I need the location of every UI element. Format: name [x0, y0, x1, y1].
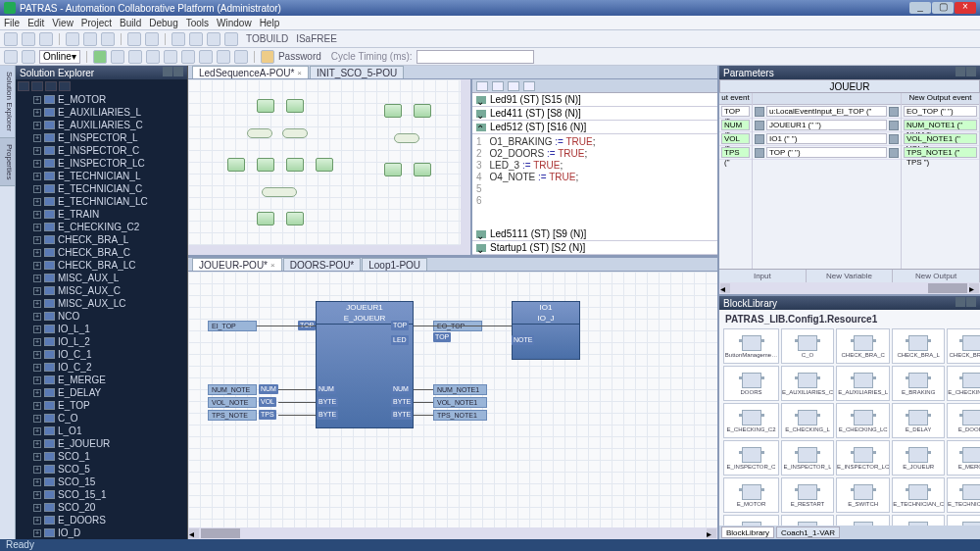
expand-icon[interactable]: +: [33, 236, 41, 244]
blocklib-item[interactable]: E_CHECKING_C1: [947, 366, 980, 401]
tree-node[interactable]: +E_TRAIN: [16, 208, 187, 221]
expand-icon[interactable]: +: [33, 147, 41, 155]
blocklib-item[interactable]: IO_C_1: [947, 515, 980, 526]
tb-save[interactable]: [39, 32, 53, 46]
tab-joueur[interactable]: JOUEUR-POU*×: [192, 258, 282, 271]
cycle-input[interactable]: [416, 50, 534, 64]
port-tpsnote[interactable]: TPS_NOTE: [208, 410, 257, 421]
port-numnote1[interactable]: NUM_NOTE1: [433, 384, 487, 395]
expand-icon[interactable]: +: [33, 364, 41, 372]
tb2-d5[interactable]: [234, 50, 248, 64]
param-row[interactable]: NUM_NOTE1 (" NUM "): [902, 119, 979, 132]
expand-icon[interactable]: +: [33, 389, 41, 397]
expand-icon[interactable]: +: [33, 224, 41, 231]
bltab-lib[interactable]: BlockLibrary: [721, 526, 774, 538]
tb-new[interactable]: [4, 32, 18, 46]
param-row[interactable]: TOP (": [719, 105, 752, 119]
bltab-var[interactable]: Coach1_1-VAR: [776, 526, 840, 538]
tree-node[interactable]: +E_DELAY: [16, 386, 187, 399]
st-row[interactable]: ⌄Led5111 (ST) [S9 (N)]: [472, 227, 717, 241]
edit-icon[interactable]: [889, 134, 899, 144]
tree-node[interactable]: +E_TECHNICIAN_C: [16, 182, 187, 195]
tb2-key-icon[interactable]: [261, 50, 274, 64]
expand-icon[interactable]: +: [33, 185, 41, 193]
params-newout-btn[interactable]: New Output: [893, 270, 980, 282]
tree-node[interactable]: +IO_D: [16, 526, 187, 539]
expand-icon[interactable]: +: [33, 300, 41, 308]
blocklib-item[interactable]: E_MERGE: [947, 440, 980, 476]
port-eitop[interactable]: EI_TOP: [208, 321, 257, 331]
blocklib-item[interactable]: E_SWITCH: [836, 477, 890, 513]
expand-icon[interactable]: +: [33, 287, 41, 295]
menu-window[interactable]: Window: [217, 18, 252, 28]
tb-cut[interactable]: [66, 32, 79, 46]
menu-help[interactable]: Help: [260, 18, 280, 28]
tree-node[interactable]: +E_TOP: [16, 399, 187, 412]
expand-icon[interactable]: +: [33, 313, 41, 321]
tab-initsco5[interactable]: INIT_SCO_5-POU: [310, 66, 404, 78]
st-row[interactable]: ⌃Led512 (ST) [S16 (N)]: [472, 121, 717, 134]
tb-copy[interactable]: [83, 32, 97, 46]
tree-node[interactable]: +C_O: [16, 412, 187, 425]
expand-icon[interactable]: +: [33, 338, 41, 346]
expand-icon[interactable]: +: [33, 517, 41, 525]
tb2-b[interactable]: [22, 50, 35, 64]
mode-combo[interactable]: Online▾: [39, 50, 80, 64]
expand-icon[interactable]: +: [33, 326, 41, 333]
tree-node[interactable]: +MISC_AUX_LC: [16, 297, 187, 310]
expand-icon[interactable]: +: [33, 351, 41, 359]
blocklib-item[interactable]: E_TRAIN: [836, 515, 890, 526]
param-row[interactable]: TPS_NOTE1 (" TPS "): [902, 146, 979, 160]
collapse-icon[interactable]: ⌄: [476, 230, 486, 238]
st-row[interactable]: ⌄Led91 (ST) [S15 (N)]: [472, 93, 717, 107]
tb2-stop[interactable]: [128, 50, 142, 64]
blocklib-item[interactable]: E_TOP: [781, 515, 834, 526]
sfc-diagram[interactable]: [188, 79, 472, 255]
pin-icon[interactable]: [163, 67, 172, 76]
blocklib-item[interactable]: E_INSPECTOR_C: [723, 440, 779, 476]
tree-node[interactable]: +E_DOORS: [16, 514, 187, 526]
blocklib-item[interactable]: E_JOUEUR: [892, 440, 945, 476]
tree-node[interactable]: +SCO_20: [16, 501, 187, 514]
tree-node[interactable]: +E_TECHNICIAN_L: [16, 170, 187, 182]
blocklib-item[interactable]: C_O: [781, 328, 834, 364]
tb2-pause[interactable]: [111, 50, 124, 64]
panel-close-icon[interactable]: [966, 297, 976, 307]
tree-node[interactable]: +MISC_AUX_L: [16, 272, 187, 284]
params-newvar-btn[interactable]: New Variable: [807, 270, 894, 282]
tree-node[interactable]: +SCO_1: [16, 450, 187, 463]
expand-icon[interactable]: +: [33, 173, 41, 180]
expand-icon[interactable]: +: [33, 415, 41, 423]
st-row[interactable]: ⌄Led411 (ST) [S8 (N)]: [472, 107, 717, 121]
tree-node[interactable]: +CHECK_BRA_C: [16, 246, 187, 259]
blocklib-item[interactable]: E_INSPECTOR_LC: [836, 440, 890, 476]
expand-icon[interactable]: +: [33, 440, 41, 448]
params-hscroll[interactable]: ◂▸: [719, 282, 980, 294]
solexp-btn1[interactable]: [18, 81, 29, 91]
st-b4[interactable]: [523, 81, 535, 91]
edit-icon[interactable]: [889, 107, 899, 117]
maximize-button[interactable]: ▢: [932, 2, 954, 14]
port-numnote[interactable]: NUM_NOTE: [208, 384, 257, 395]
expand-icon[interactable]: +: [33, 466, 41, 474]
menu-build[interactable]: Build: [120, 18, 141, 28]
diagram-vscroll[interactable]: [461, 79, 470, 255]
tb2-d4[interactable]: [217, 50, 230, 64]
st-b1[interactable]: [476, 81, 488, 91]
expand-icon[interactable]: +: [33, 198, 41, 206]
solexp-btn2[interactable]: [31, 81, 43, 91]
tree-node[interactable]: +SCO_15_1: [16, 488, 187, 501]
blocklib-item[interactable]: E_CHECKING_L: [781, 403, 834, 438]
tb-b1[interactable]: [172, 32, 185, 46]
expand-icon[interactable]: +: [33, 275, 41, 282]
param-row[interactable]: EO_TOP (" "): [902, 105, 979, 119]
tb-open[interactable]: [22, 32, 35, 46]
tb-b2[interactable]: [189, 32, 203, 46]
solexp-tree[interactable]: +E_MOTOR+E_AUXILIARIES_L+E_AUXILIARIES_C…: [16, 93, 187, 539]
tree-node[interactable]: +SCO_5: [16, 463, 187, 476]
blocklib-item[interactable]: DOORS: [723, 366, 779, 401]
solexp-btn4[interactable]: [59, 81, 71, 91]
param-row[interactable]: TPS (": [719, 146, 752, 160]
canvas-hscroll[interactable]: ◂▸: [188, 527, 717, 539]
expand-icon[interactable]: +: [33, 427, 41, 435]
